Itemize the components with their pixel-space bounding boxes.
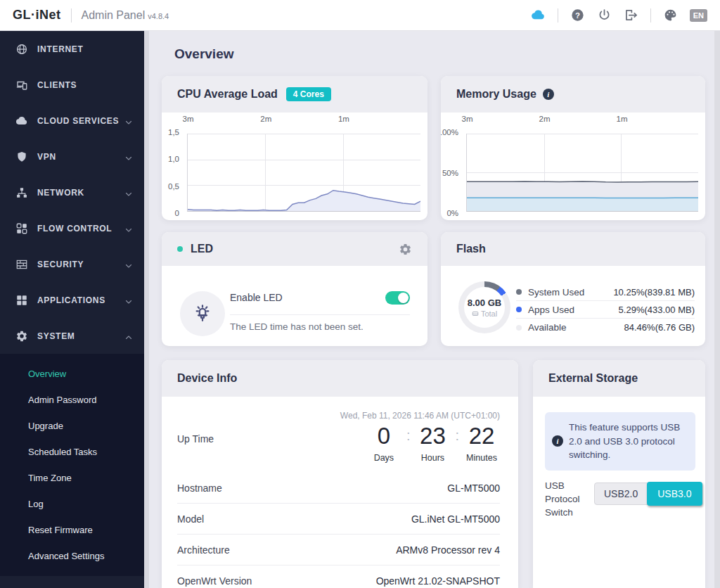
device-row-value: ARMv8 Processor rev 4 xyxy=(396,544,500,556)
storage-card-title: External Storage xyxy=(548,372,638,385)
flow-icon xyxy=(15,222,28,235)
memory-chart: 100%50%0% 3m2m1m xyxy=(441,113,705,220)
sidebar-item-flow-control[interactable]: FLOW CONTROL xyxy=(0,210,144,246)
power-icon[interactable] xyxy=(597,8,612,23)
submenu-item-advanced-settings[interactable]: Advanced Settings xyxy=(0,543,144,569)
usb2-0-button[interactable]: USB2.0 xyxy=(595,483,647,504)
flash-card-header: Flash xyxy=(441,232,705,266)
chevron-down-icon xyxy=(124,188,133,197)
external-storage-card: External Storage This feature supports U… xyxy=(533,360,705,588)
flash-card: Flash 8.00 GB Total System Used10.25%(83… xyxy=(441,232,705,346)
uptime-value: 0Days:23Hours:22Minutes xyxy=(366,423,500,463)
memory-plot-area xyxy=(466,134,698,212)
x-tick-label: 3m xyxy=(183,115,194,123)
sidebar-item-applications[interactable]: APPLICATIONS xyxy=(0,282,144,318)
memory-card-header: Memory Usage xyxy=(441,76,705,113)
theme-palette-icon[interactable] xyxy=(663,8,678,23)
led-note: The LED time has not been set. xyxy=(230,321,410,332)
logout-icon[interactable] xyxy=(624,8,638,23)
uptime-unit: Hours xyxy=(414,453,451,463)
device-row-label: Architecture xyxy=(177,544,230,556)
sidebar-item-network[interactable]: NETWORK xyxy=(0,174,144,210)
usb-protocol-segmented-control: USB2.0USB3.0 xyxy=(594,482,702,505)
chevron-down-icon xyxy=(124,260,133,269)
device-card-header: Device Info xyxy=(162,360,518,397)
device-info-card: Device Info Wed, Feb 11, 2026 11:46 AM (… xyxy=(162,360,518,588)
uptime-minutes: 22Minutes xyxy=(463,423,500,463)
led-card-title: LED xyxy=(191,243,213,255)
sidebar-item-clients[interactable]: CLIENTS xyxy=(0,67,144,103)
legend-value: 84.46%(6.76 GB) xyxy=(624,322,695,333)
submenu-item-reset-firmware[interactable]: Reset Firmware xyxy=(0,517,144,543)
enable-led-row: Enable LED xyxy=(230,288,410,307)
flash-legend-row-apps-used: Apps Used5.29%(433.00 MB) xyxy=(516,301,695,319)
flash-legend-row-available: Available84.46%(6.76 GB) xyxy=(516,319,695,336)
legend-label: System Used xyxy=(528,287,613,298)
legend-value: 5.29%(433.00 MB) xyxy=(619,305,695,315)
help-icon[interactable]: ? xyxy=(570,8,585,23)
scrollbar-right[interactable] xyxy=(714,31,720,588)
device-row-label: OpenWrt Version xyxy=(177,575,252,587)
led-settings-gear-icon[interactable] xyxy=(399,243,412,256)
uptime-hours: 23Hours xyxy=(414,423,451,463)
sidebar-item-label: APPLICATIONS xyxy=(37,295,105,305)
glinet-logo[interactable]: GL·iNet xyxy=(13,8,61,23)
device-row-label: Model xyxy=(177,513,204,525)
sidebar-item-internet[interactable]: INTERNET xyxy=(0,31,144,67)
memory-info-icon[interactable] xyxy=(543,89,554,100)
uptime-separator: : xyxy=(451,423,463,444)
uptime-number: 0 xyxy=(366,423,402,449)
y-tick-label: 1,0 xyxy=(168,155,183,163)
page-title: Overview xyxy=(174,46,234,62)
header-divider xyxy=(71,8,72,23)
y-tick-label: 100% xyxy=(441,128,462,136)
led-bulb-icon xyxy=(180,291,225,336)
submenu-item-scheduled-tasks[interactable]: Scheduled Tasks xyxy=(0,439,144,465)
device-row-openwrt-version: OpenWrt VersionOpenWrt 21.02-SNAPSHOT xyxy=(177,565,500,588)
led-divider xyxy=(230,314,410,315)
cpu-plot-area xyxy=(187,134,420,212)
device-row-architecture: ArchitectureARMv8 Processor rev 4 xyxy=(177,535,500,565)
legend-dot-icon xyxy=(516,325,522,331)
cpu-card-header: CPU Average Load 4 Cores xyxy=(162,76,428,113)
sidebar-item-label: INTERNET xyxy=(37,44,84,54)
sidebar-item-cloud-services[interactable]: CLOUD SERVICES xyxy=(0,103,144,139)
cpu-chart: 1,51,00,50 3m2m1m xyxy=(162,113,428,220)
sidebar-item-label: NETWORK xyxy=(37,188,84,198)
submenu-item-log[interactable]: Log xyxy=(0,491,144,517)
device-row-value: GL-MT5000 xyxy=(447,482,500,494)
flash-card-title: Flash xyxy=(456,243,486,255)
cloud-icon[interactable] xyxy=(531,8,546,23)
language-badge[interactable]: EN xyxy=(690,9,707,22)
sidebar-item-vpn[interactable]: VPN xyxy=(0,139,144,174)
header-divider xyxy=(558,8,558,23)
system-submenu: OverviewAdmin PasswordUpgradeScheduled T… xyxy=(0,354,144,576)
memory-x-axis: 3m2m1m xyxy=(466,115,698,126)
cpu-cores-badge: 4 Cores xyxy=(286,87,331,101)
scrollbar-left[interactable] xyxy=(144,31,149,588)
device-row-value: OpenWrt 21.02-SNAPSHOT xyxy=(376,575,500,587)
sidebar-item-security[interactable]: SECURITY xyxy=(0,246,144,282)
apps-icon xyxy=(15,294,28,307)
storage-info-icon[interactable] xyxy=(552,435,563,447)
memory-usage-card: Memory Usage 100%50%0% 3m2m1m xyxy=(441,76,705,220)
submenu-item-time-zone[interactable]: Time Zone xyxy=(0,465,144,491)
device-card-title: Device Info xyxy=(177,372,237,385)
svg-text:?: ? xyxy=(575,11,580,20)
submenu-item-overview[interactable]: Overview xyxy=(0,361,144,387)
cpu-line-series xyxy=(188,134,420,211)
x-tick-label: 2m xyxy=(539,115,551,123)
memory-line-series xyxy=(467,134,698,211)
sidebar-item-system[interactable]: SYSTEM xyxy=(0,318,144,354)
device-row-model: ModelGL.iNet GL-MT5000 xyxy=(177,504,500,535)
flash-donut-chart: 8.00 GB Total xyxy=(458,281,510,333)
enable-led-toggle[interactable] xyxy=(385,291,410,305)
usb3-0-button[interactable]: USB3.0 xyxy=(647,482,702,506)
submenu-item-admin-password[interactable]: Admin Password xyxy=(0,387,144,413)
chevron-down-icon xyxy=(124,224,133,233)
security-icon xyxy=(15,258,28,271)
legend-label: Available xyxy=(528,322,624,333)
shield-icon xyxy=(15,151,28,163)
submenu-item-upgrade[interactable]: Upgrade xyxy=(0,413,144,439)
led-status-dot xyxy=(177,246,183,252)
